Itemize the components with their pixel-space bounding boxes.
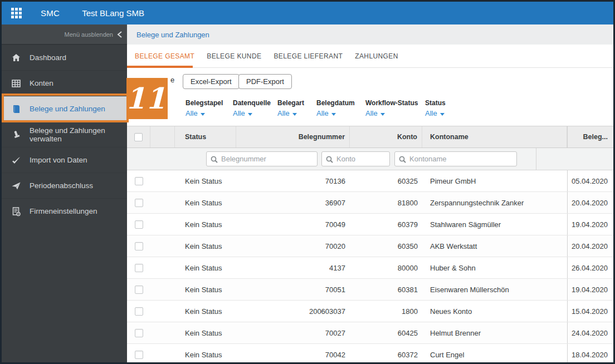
filter-label: Belegdatum xyxy=(316,99,355,107)
table-row[interactable]: Kein Status 4137 80000 Huber & Sohn 26.0… xyxy=(127,257,613,279)
header-kontoname[interactable]: Kontoname xyxy=(422,126,567,147)
filter-label: Belegstapel xyxy=(186,99,223,107)
filter-dropdown[interactable]: Alle xyxy=(316,109,355,117)
search-belegnummer-input[interactable] xyxy=(206,151,318,166)
row-checkbox[interactable] xyxy=(135,264,143,272)
filter-belegart: Belegart Alle xyxy=(277,99,304,117)
filter-dropdown[interactable]: Alle xyxy=(186,109,223,117)
cell-belegdatum: 19.04.2020 xyxy=(567,279,613,300)
cell-konto: 80000 xyxy=(350,257,422,278)
app-grid-icon[interactable] xyxy=(11,8,22,19)
cell-status: Kein Status xyxy=(175,214,236,235)
cell-belegdatum: 05.04.2020 xyxy=(567,170,613,191)
annotation-step-badge: 11 xyxy=(126,78,168,119)
cell-kontoname: Curt Engel xyxy=(422,344,567,364)
cell-belegnummer: 36907 xyxy=(236,192,350,213)
table-row[interactable]: Kein Status 36907 81800 Zerspannungstech… xyxy=(127,192,613,214)
toolbar: e Excel-Export PDF-Export xyxy=(127,68,613,94)
table-row[interactable]: Kein Status 70049 60379 Stahlwaren Sägmü… xyxy=(127,214,613,235)
table-row[interactable]: Kein Status 70051 60381 Eisenwaren Mülle… xyxy=(127,279,613,301)
table-row[interactable]: Kein Status 200603037 1800 Neues Konto 1… xyxy=(127,301,613,322)
app-name[interactable]: SMC xyxy=(41,8,60,18)
filter-datenquelle: Datenquelle Alle xyxy=(233,99,271,117)
header-konto[interactable]: Konto xyxy=(350,126,422,147)
cell-konto: 60381 xyxy=(350,279,422,300)
row-checkbox[interactable] xyxy=(135,286,143,294)
row-checkbox[interactable] xyxy=(135,177,143,185)
sidebar-item-belege-und-zahlungen[interactable]: Belege und Zahlungen xyxy=(2,96,127,121)
excel-export-button[interactable]: Excel-Export xyxy=(183,74,240,89)
table-body: Kein Status 70136 60325 Pimeur GmbH 05.0… xyxy=(127,170,613,364)
row-checkbox[interactable] xyxy=(135,242,143,250)
table-row[interactable]: Kein Status 70136 60325 Pimeur GmbH 05.0… xyxy=(127,170,613,192)
chevron-left-icon xyxy=(117,31,123,38)
filter-dropdown[interactable]: Alle xyxy=(277,109,304,117)
table-row[interactable]: Kein Status 70020 60350 AKB Werkstatt 20… xyxy=(127,235,613,257)
table-row[interactable]: Kein Status 70027 60425 Helmut Brenner 2… xyxy=(127,322,613,344)
search-kontoname-input[interactable] xyxy=(394,151,517,166)
filter-label: Belegart xyxy=(277,99,304,107)
menu-collapse-label: Menü ausblenden xyxy=(65,31,113,38)
menu-collapse-button[interactable]: Menü ausblenden xyxy=(2,24,127,45)
sidebar-item-firmeneinstellungen[interactable]: Firmeneinstellungen xyxy=(2,198,127,224)
row-checkbox[interactable] xyxy=(135,351,143,359)
row-checkbox[interactable] xyxy=(135,220,143,229)
cell-status: Kein Status xyxy=(175,301,236,322)
table-header: Status Belegnummer Konto Kontoname Beleg… xyxy=(127,126,613,148)
sidebar: Menü ausblenden Dashboard Konten Belege … xyxy=(2,24,127,362)
pdf-export-button[interactable]: PDF-Export xyxy=(238,74,292,89)
chevron-down-icon xyxy=(440,113,445,116)
tab-belege-gesamt[interactable]: BELEGE GESAMT xyxy=(135,52,194,60)
cell-status: Kein Status xyxy=(175,322,236,343)
cell-konto: 60425 xyxy=(350,322,422,343)
search-row-pinned-spacer xyxy=(536,148,613,170)
tab-zahlungen[interactable]: ZAHLUNGEN xyxy=(355,52,398,60)
tab-belege-lieferant[interactable]: BELEGE LIEFERANT xyxy=(274,52,343,60)
filter-label: Workflow-Status xyxy=(365,99,418,107)
cell-belegdatum: 15.04.2020 xyxy=(567,301,613,322)
row-checkbox[interactable] xyxy=(135,199,143,207)
filter-dropdown[interactable]: Alle xyxy=(233,109,271,117)
sidebar-item-periodenabschluss[interactable]: Periodenabschluss xyxy=(2,173,127,198)
header-empty-column xyxy=(150,126,175,147)
sidebar-item-belege-und-zahlungen-verwalten[interactable]: Belege und Zahlungen verwalten xyxy=(2,121,127,147)
sidebar-item-dashboard[interactable]: Dashboard xyxy=(2,45,127,70)
row-checkbox[interactable] xyxy=(135,307,143,316)
cell-kontoname: Pimeur GmbH xyxy=(422,170,567,191)
sidebar-item-import-von-daten[interactable]: Import von Daten xyxy=(2,147,127,173)
cell-belegnummer: 4137 xyxy=(236,257,350,278)
document-gear-icon xyxy=(11,206,21,217)
book-icon xyxy=(11,104,21,114)
sidebar-item-konten[interactable]: Konten xyxy=(2,70,127,96)
cell-status: Kein Status xyxy=(175,170,236,191)
stamp-icon xyxy=(11,130,21,140)
partially-obscured-button[interactable]: e xyxy=(170,76,174,84)
filter-dropdown[interactable]: Alle xyxy=(425,109,446,117)
cell-kontoname: Zerspannungstechnik Zanker xyxy=(422,192,567,213)
import-check-icon xyxy=(11,155,21,165)
cell-belegdatum: 18.04.2020 xyxy=(567,344,613,364)
tab-belege-kunde[interactable]: BELEGE KUNDE xyxy=(207,52,261,60)
header-belegnummer[interactable]: Belegnummer xyxy=(236,126,350,147)
header-status[interactable]: Status xyxy=(175,126,236,147)
cell-belegdatum: 24.04.2020 xyxy=(567,322,613,343)
filter-dropdown[interactable]: Alle xyxy=(365,109,418,117)
app-window: SMC Test BLang SMB Menü ausblenden Dashb… xyxy=(0,0,615,364)
breadcrumb-title[interactable]: Belege und Zahlungen xyxy=(136,31,209,39)
filter-row: Belegstapel Alle Datenquelle Alle Belega… xyxy=(127,94,613,126)
cell-kontoname: AKB Werkstatt xyxy=(422,235,567,257)
table-row[interactable]: Kein Status 70042 60372 Curt Engel 18.04… xyxy=(127,344,613,364)
search-icon xyxy=(326,156,333,163)
filter-label: Status xyxy=(425,99,446,107)
cell-konto: 1800 xyxy=(350,301,422,322)
cell-kontoname: Stahlwaren Sägmüller xyxy=(422,214,567,235)
header-belegdatum[interactable]: Beleg... xyxy=(567,126,613,147)
company-name[interactable]: Test BLang SMB xyxy=(82,8,144,18)
row-checkbox[interactable] xyxy=(135,329,143,337)
sidebar-item-label: Firmeneinstellungen xyxy=(30,207,97,215)
cell-status: Kein Status xyxy=(175,279,236,300)
sidebar-item-label: Import von Daten xyxy=(30,156,87,164)
select-all-checkbox[interactable] xyxy=(134,133,143,141)
cell-kontoname: Eisenwaren Müllerschön xyxy=(422,279,567,300)
chevron-down-icon xyxy=(380,113,385,116)
